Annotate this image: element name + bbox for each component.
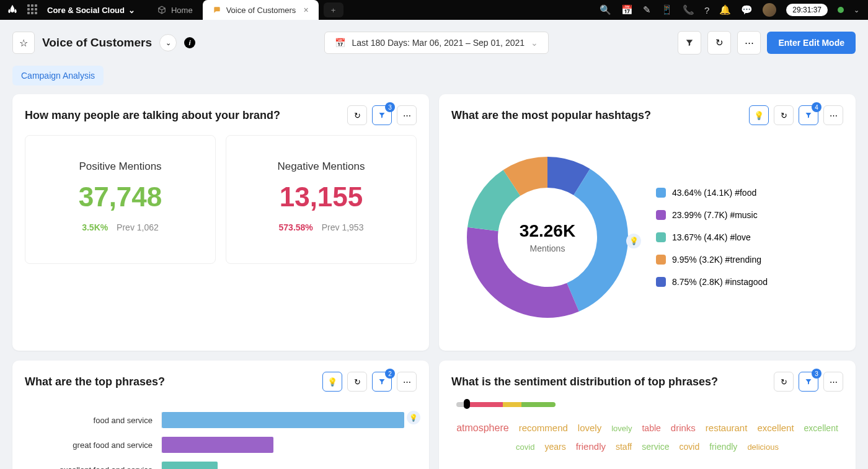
page-dropdown-button[interactable]: ⌄: [159, 34, 177, 51]
bar-fill[interactable]: [162, 462, 218, 469]
topbar: Core & Social Cloud ⌄ Home Voice of Cust…: [0, 0, 868, 20]
workspace-label: Core & Social Cloud: [47, 6, 125, 15]
filter-count-badge: 4: [812, 102, 822, 112]
help-icon[interactable]: ?: [704, 5, 709, 15]
word-cloud-word[interactable]: friendly: [576, 438, 606, 456]
page-title: Voice of Customers: [42, 36, 152, 50]
edit-icon[interactable]: ✎: [643, 4, 651, 15]
phone-icon[interactable]: 📞: [683, 4, 694, 15]
word-cloud-word[interactable]: drinks: [671, 419, 696, 437]
sentiment-card: What is the sentiment distribution of to…: [439, 361, 856, 469]
dashboard-grid: How many people are talking about your b…: [0, 94, 868, 469]
bar-fill[interactable]: [162, 437, 273, 453]
more-button[interactable]: ⋯: [823, 105, 843, 125]
clock: 29:31:37: [786, 4, 828, 16]
chat-icon: [213, 6, 221, 14]
sentiment-slider[interactable]: [456, 401, 568, 408]
bulb-icon[interactable]: 💡: [626, 234, 641, 248]
more-button[interactable]: ⋯: [397, 105, 417, 125]
tab-home[interactable]: Home: [148, 0, 203, 20]
legend-item[interactable]: 13.67% (4.4K) #love: [656, 232, 768, 242]
word-cloud-word[interactable]: restaurant: [706, 419, 748, 437]
positive-prev: Prev 1,062: [117, 222, 159, 232]
more-button[interactable]: ⋯: [397, 372, 417, 392]
filter-count-badge: 3: [385, 102, 395, 112]
legend-item[interactable]: 23.99% (7.7K) #music: [656, 210, 768, 220]
refresh-button[interactable]: ↻: [774, 105, 794, 125]
word-cloud-word[interactable]: staff: [616, 439, 632, 455]
word-cloud-word[interactable]: atmosphere: [456, 419, 509, 437]
date-range-label: Last 180 Days: Mar 06, 2021 – Sep 01, 20…: [352, 38, 525, 48]
card-title: What are the top phrases?: [25, 375, 165, 388]
status-indicator[interactable]: [838, 7, 844, 13]
filter-button[interactable]: 3: [372, 105, 392, 125]
refresh-button[interactable]: ↻: [347, 372, 367, 392]
word-cloud-word[interactable]: recommend: [519, 419, 568, 437]
info-icon[interactable]: i: [184, 37, 195, 48]
calendar-icon[interactable]: 📅: [621, 4, 633, 15]
card-title: What are the most popular hashtags?: [451, 109, 651, 122]
swatch: [656, 188, 666, 198]
card-title: How many people are talking about your b…: [25, 109, 280, 122]
negative-prev: Prev 1,953: [322, 222, 364, 232]
filter-button[interactable]: 2: [372, 372, 392, 392]
bar-fill[interactable]: [162, 412, 404, 428]
tile-label: Negative Mentions: [239, 160, 404, 173]
word-cloud-word[interactable]: table: [642, 420, 660, 437]
date-range-picker[interactable]: 📅 Last 180 Days: Mar 06, 2021 – Sep 01, …: [324, 32, 549, 54]
more-button[interactable]: ⋯: [737, 31, 761, 55]
tab-voice-of-customers[interactable]: Voice of Customers ×: [203, 0, 319, 20]
word-cloud-word[interactable]: covid: [516, 440, 534, 455]
insight-button[interactable]: 💡: [749, 105, 769, 125]
filter-button[interactable]: [678, 31, 701, 55]
bell-icon[interactable]: 🔔: [719, 4, 731, 15]
tab-label: Voice of Customers: [226, 6, 296, 15]
chip-row: Campaign Analysis: [0, 66, 868, 94]
user-avatar[interactable]: [763, 3, 776, 17]
word-cloud-word[interactable]: covid: [680, 439, 700, 455]
slider-cursor[interactable]: [464, 399, 470, 409]
word-cloud-word[interactable]: lovely: [578, 419, 601, 437]
swatch: [656, 232, 666, 242]
chat-bubble-icon[interactable]: 💬: [741, 4, 753, 15]
favorite-button[interactable]: ☆: [12, 32, 35, 54]
apps-grid-icon[interactable]: [27, 4, 38, 15]
campaign-analysis-chip[interactable]: Campaign Analysis: [12, 66, 104, 85]
positive-mentions-tile: Positive Mentions 37,748 3.5K% Prev 1,06…: [25, 135, 216, 264]
legend-item[interactable]: 8.75% (2.8K) #instagood: [656, 277, 768, 287]
word-cloud-word[interactable]: excellent: [804, 420, 838, 437]
refresh-button[interactable]: ↻: [774, 372, 794, 392]
negative-pct: 573.58%: [279, 222, 313, 232]
word-cloud-word[interactable]: years: [544, 439, 565, 455]
bar-label: great food and service: [25, 441, 161, 450]
negative-value: 13,155: [239, 182, 404, 213]
filter-button[interactable]: 4: [799, 105, 818, 125]
enter-edit-mode-button[interactable]: Enter Edit Mode: [767, 32, 856, 54]
device-icon[interactable]: 📱: [661, 4, 673, 15]
filter-button[interactable]: 3: [799, 372, 818, 392]
chevron-down-icon: ⌄: [128, 6, 135, 15]
word-cloud-word[interactable]: lovely: [611, 421, 632, 437]
donut-legend: 43.64% (14.1K) #food 23.99% (7.7K) #musi…: [656, 188, 768, 287]
legend-item[interactable]: 43.64% (14.1K) #food: [656, 188, 768, 198]
new-tab-button[interactable]: +: [324, 2, 343, 17]
sprinklr-logo-icon: [6, 4, 19, 16]
filter-count-badge: 3: [812, 369, 822, 379]
insight-button[interactable]: 💡: [322, 372, 342, 392]
word-cloud-word[interactable]: delicious: [747, 440, 779, 455]
close-icon[interactable]: ×: [303, 5, 308, 15]
word-cloud-word[interactable]: excellent: [757, 419, 794, 437]
donut-center-value: 32.26K: [520, 221, 575, 241]
word-cloud-word[interactable]: service: [642, 439, 669, 455]
donut-center-label: Mentions: [520, 243, 575, 253]
chevron-down-icon[interactable]: ⌄: [854, 6, 859, 14]
workspace-selector[interactable]: Core & Social Cloud ⌄: [47, 6, 135, 15]
refresh-button[interactable]: ↻: [707, 31, 731, 55]
swatch: [656, 277, 666, 287]
more-button[interactable]: ⋯: [823, 372, 843, 392]
legend-item[interactable]: 9.95% (3.2K) #trending: [656, 255, 768, 265]
bulb-icon[interactable]: 💡: [407, 411, 420, 424]
refresh-button[interactable]: ↻: [347, 105, 367, 125]
word-cloud-word[interactable]: friendly: [709, 439, 737, 455]
search-icon[interactable]: 🔍: [600, 4, 611, 15]
